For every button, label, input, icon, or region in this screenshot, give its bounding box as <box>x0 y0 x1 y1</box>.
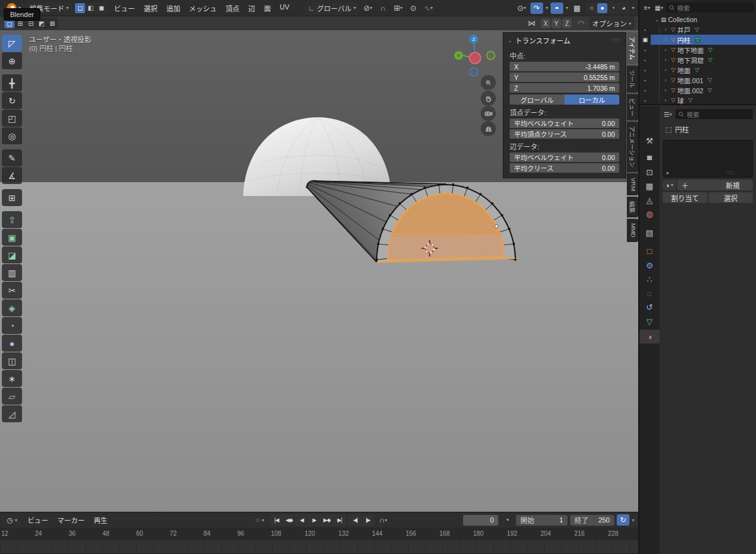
ntab-edit[interactable]: 編集 <box>627 197 638 217</box>
tool-move[interactable]: ╋ <box>2 74 22 91</box>
play-reverse-button[interactable]: ◀ <box>295 515 307 526</box>
tab-view-layer[interactable]: ▦ <box>639 179 660 193</box>
axis-z-neg-ball[interactable] <box>470 68 478 76</box>
sync-icon[interactable]: ↻ <box>617 514 629 526</box>
tool-annotate[interactable]: ✎ <box>2 149 22 166</box>
expand-icon[interactable]: › <box>665 26 669 33</box>
mode-dot-icon[interactable]: • <box>639 47 651 53</box>
assign-button[interactable]: 割り当て <box>663 192 707 203</box>
show-gizmo-dropdown[interactable]: ⊙▾ <box>515 3 528 14</box>
active-vertex[interactable] <box>495 224 498 228</box>
axis-y-neg-ball[interactable] <box>487 52 495 60</box>
properties-editor-dropdown[interactable]: ☰▾ <box>663 109 673 119</box>
snap-path-icon[interactable]: ◠ <box>575 18 587 29</box>
next-frame-button[interactable]: |▶ <box>362 515 374 526</box>
editor-type-dropdown[interactable]: ◷▾ <box>4 515 21 526</box>
prev-keyframe-button[interactable]: ◀◆ <box>283 515 295 526</box>
expand-icon[interactable]: › <box>665 67 669 73</box>
outliner-item-地面.002[interactable]: •›▽地面.002▽ <box>639 85 756 95</box>
expand-icon[interactable]: › <box>665 37 669 43</box>
timeline-channels[interactable] <box>0 540 638 553</box>
tool-transform[interactable]: ◎ <box>2 127 22 144</box>
tool-add-cube[interactable]: ⊞ <box>2 189 22 206</box>
tool-extrude-region[interactable]: ⇧ <box>2 211 22 228</box>
zoom-button[interactable] <box>481 75 496 90</box>
pan-hand-button[interactable] <box>481 91 496 106</box>
tool-shear[interactable]: ▱ <box>2 388 22 405</box>
frame-start-field[interactable]: 開始 1 <box>516 515 568 526</box>
field-平均頂点クリース[interactable]: 平均頂点クリース0.00 <box>510 129 619 139</box>
tool-scale[interactable]: ◰ <box>2 110 22 127</box>
mirror-y-button[interactable]: Y <box>551 18 561 28</box>
current-frame-field[interactable]: 0 <box>463 515 498 526</box>
vertex-select-mode-button[interactable]: ◻ <box>75 3 85 13</box>
tab-physics[interactable]: ◌ <box>639 286 660 300</box>
shading-wireframe-button[interactable]: ○ <box>587 3 597 13</box>
frame-end-field[interactable]: 終了 250 <box>570 515 614 526</box>
global-button[interactable]: グローバル <box>510 95 564 105</box>
mode-dot-icon[interactable]: • <box>639 57 651 63</box>
edit-mode-icon[interactable]: ▣ <box>639 37 651 43</box>
collapse-icon[interactable]: ⌄ <box>655 16 659 23</box>
tab-world[interactable]: ◍ <box>639 207 660 221</box>
timeline-menu-playback[interactable]: 再生 <box>89 513 112 527</box>
navigation-gizmo[interactable]: Z Y <box>452 33 503 140</box>
tab-constraints[interactable]: ↺ <box>639 300 660 314</box>
expand-icon[interactable]: › <box>665 57 669 63</box>
outliner-item-球[interactable]: •›▽球▽ <box>639 95 756 105</box>
expand-icon[interactable]: › <box>665 87 669 93</box>
outliner-search-input[interactable]: 検索 <box>666 3 753 13</box>
field-Y[interactable]: Y0.55255 m <box>510 72 619 82</box>
ntab-tool[interactable]: ツール <box>627 66 638 93</box>
expand-icon[interactable]: › <box>665 77 669 83</box>
proportional-falloff-dropdown[interactable]: ∿▾ <box>422 3 435 14</box>
collection-row[interactable]: ⌄ ▤ Collection <box>639 14 756 25</box>
menu-face[interactable]: 面 <box>260 1 275 15</box>
menu-edge[interactable]: 辺 <box>244 1 260 15</box>
mode-dot-icon[interactable]: • <box>639 88 651 93</box>
tool-smooth[interactable]: ● <box>2 335 22 352</box>
camera-view-button[interactable] <box>481 106 496 121</box>
mode-dot-icon[interactable]: • <box>639 98 651 103</box>
ntab-item[interactable]: アイテム <box>627 32 638 64</box>
tab-particles[interactable]: ∴ <box>639 272 660 286</box>
mode-dot-icon[interactable]: • <box>639 78 651 83</box>
options-dropdown[interactable]: オプション ▾ <box>589 17 634 30</box>
field-平均ベベルウェイト[interactable]: 平均ベベルウェイト0.00 <box>510 153 619 162</box>
overlays-toggle[interactable]: ◓ <box>551 3 563 14</box>
outliner-item-地面.001[interactable]: •›▽地面.001▽ <box>639 75 756 85</box>
tool-inset-faces[interactable]: ▣ <box>2 229 22 246</box>
menu-view[interactable]: ビュー <box>110 1 139 15</box>
timeline-menu-view[interactable]: ビュー <box>23 513 53 527</box>
select-intersect-button[interactable]: ⊠ <box>47 18 57 28</box>
outliner-item-円柱[interactable]: ▣›▽円柱▽ <box>639 35 756 45</box>
outliner-item-井戸[interactable]: •›▽井戸▽ <box>639 25 756 35</box>
field-X[interactable]: X-3.4485 m <box>510 62 619 71</box>
timeline-ruler[interactable]: 1224364860728496108120132144156168180192… <box>0 528 638 540</box>
tab-collection[interactable]: ▤ <box>639 226 660 239</box>
field-Z[interactable]: Z1.7036 m <box>510 83 619 93</box>
gizmos-toggle[interactable]: ↷ <box>530 3 543 14</box>
tool-poly-build[interactable]: ◈ <box>2 299 22 316</box>
new-material-button[interactable]: ＋ 新規 <box>677 180 753 190</box>
ntab-vrm[interactable]: VRM <box>627 173 638 195</box>
auto-key-toggle[interactable]: ○▾ <box>253 515 268 525</box>
orientation-dropdown[interactable]: ∟ グローバル ▾ <box>305 2 359 14</box>
3d-viewport[interactable]: ユーザー・透視投影 (0) 円柱 | 円柱 ◸⊕╋↻◰◎✎∡⊞⇧▣◪▥✂◈◔●◫… <box>0 30 638 512</box>
play-button[interactable]: ▶ <box>308 515 320 526</box>
field-平均ベベルウェイト[interactable]: 平均ベベルウェイト0.00 <box>510 118 619 128</box>
properties-search-input[interactable]: 検索 <box>675 109 753 119</box>
proportional-editing-toggle[interactable]: ⊙ <box>407 3 420 14</box>
menu-add[interactable]: 追加 <box>162 1 185 15</box>
collapse-icon[interactable]: ⌄ <box>508 38 512 43</box>
menu-mesh[interactable]: メッシュ <box>185 1 221 15</box>
tool-rip-region[interactable]: ◿ <box>2 405 22 422</box>
expand-icon[interactable]: ▸ <box>667 170 670 176</box>
grip-icon[interactable]: ∷∷ <box>726 170 735 176</box>
ntab-view[interactable]: ビュー <box>627 94 638 121</box>
local-button[interactable]: ローカル <box>564 95 619 105</box>
material-slot-list[interactable]: ▸ ∷∷ <box>663 140 753 178</box>
tool-shrink-fatten[interactable]: ∗ <box>2 370 22 387</box>
perspective-toggle-button[interactable] <box>481 121 496 136</box>
jump-to-start-button[interactable]: |◀ <box>270 515 282 526</box>
